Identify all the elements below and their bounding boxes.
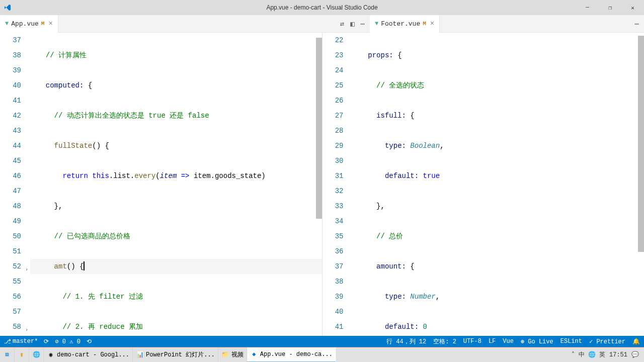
notification-center-icon[interactable]: 💬	[631, 351, 639, 358]
right-editor-pane[interactable]: 22 23 24 25 26 27 28 29 30 31 32 33 34 3…	[323, 33, 645, 336]
eol[interactable]: LF	[489, 338, 496, 345]
vue-icon: ▼	[375, 20, 378, 27]
split-icon[interactable]: ◧	[350, 20, 354, 28]
more-icon[interactable]: ⋯	[635, 20, 639, 28]
go-live[interactable]: ⊛ Go Live	[521, 338, 553, 345]
tray-chevron-icon[interactable]: ˄	[572, 351, 575, 358]
git-branch[interactable]: ⎇ master*	[4, 338, 38, 345]
compare-icon[interactable]: ⇄	[340, 20, 344, 28]
vscode-logo-icon	[0, 4, 15, 12]
taskbar-vscode[interactable]: ◆App.vue - demo-ca...	[247, 347, 336, 363]
tab-footer-vue[interactable]: ▼ Footer.vue M ×	[370, 15, 440, 33]
indent[interactable]: 空格: 2	[433, 337, 456, 346]
window-titlebar: App.vue - demo-cart - Visual Studio Code…	[0, 0, 644, 15]
prettier[interactable]: ✓ Prettier	[589, 338, 625, 345]
language[interactable]: Vue	[503, 338, 514, 345]
tab-app-vue[interactable]: ▼ App.vue M ×	[0, 15, 58, 33]
line-gutter: 22 23 24 25 26 27 28 29 30 31 32 33 34 3…	[323, 33, 353, 336]
left-editor-pane[interactable]: 37 38 39 40 41 42 43 44 45 46 47 48 49 5…	[0, 33, 323, 336]
vue-icon: ▼	[5, 20, 9, 27]
problems[interactable]: ⊘ 0 ⚠ 0	[55, 338, 80, 345]
scrollbar-vertical[interactable]	[316, 33, 322, 336]
fold-icon[interactable]: ›	[25, 262, 28, 278]
fold-icon[interactable]: ›	[25, 323, 28, 336]
code-content-left[interactable]: // 计算属性 computed: { // 动态计算出全选的状态是 true …	[30, 33, 322, 336]
clock[interactable]: 17:51	[609, 351, 627, 358]
ime-indicator[interactable]: 中 🌐 英	[579, 350, 605, 359]
start-button[interactable]: ⊞	[0, 347, 15, 363]
window-title: App.vue - demo-cart - Visual Studio Code	[266, 4, 377, 11]
more-icon[interactable]: ⋯	[361, 20, 365, 28]
sync-button[interactable]: ⟳	[44, 338, 49, 345]
notifications-icon[interactable]: 🔔	[632, 338, 640, 345]
code-content-right[interactable]: props: { // 全选的状态 isfull: { type: Boolea…	[353, 33, 645, 336]
eslint[interactable]: ESLint	[560, 338, 582, 345]
broadcast-icon[interactable]: ⟲	[87, 338, 92, 345]
scrollbar-vertical[interactable]	[638, 33, 644, 336]
close-button[interactable]: ✕	[621, 0, 644, 15]
taskbar-app[interactable]: ▮	[15, 347, 29, 363]
encoding[interactable]: UTF-8	[463, 338, 481, 345]
taskbar-edge[interactable]: 🌐	[29, 347, 44, 363]
close-icon[interactable]: ×	[430, 20, 434, 28]
system-tray[interactable]: ˄ 中 🌐 英 17:51 💬	[572, 350, 644, 359]
status-bar: ⎇ master* ⟳ ⊘ 0 ⚠ 0 ⟲ 行 44，列 12 空格: 2 UT…	[0, 336, 644, 347]
taskbar-chrome[interactable]: ◉demo-cart - Googl...	[44, 347, 133, 363]
editor-area: 37 38 39 40 41 42 43 44 45 46 47 48 49 5…	[0, 33, 644, 336]
taskbar-powerpoint[interactable]: 📊PowerPoint 幻灯片...	[133, 347, 218, 363]
close-icon[interactable]: ×	[48, 20, 52, 28]
taskbar-explorer[interactable]: 📁视频	[218, 347, 247, 363]
cursor-position[interactable]: 行 44，列 12	[386, 337, 426, 346]
line-gutter: 37 38 39 40 41 42 43 44 45 46 47 48 49 5…	[0, 33, 30, 336]
minimize-button[interactable]: ─	[576, 0, 599, 15]
maximize-button[interactable]: ❐	[599, 0, 621, 15]
tab-bar: ▼ App.vue M × ⇄ ◧ ⋯ ▼ Footer.vue M × ⋯	[0, 15, 644, 33]
windows-taskbar: ⊞ ▮ 🌐 ◉demo-cart - Googl... 📊PowerPoint …	[0, 347, 644, 362]
